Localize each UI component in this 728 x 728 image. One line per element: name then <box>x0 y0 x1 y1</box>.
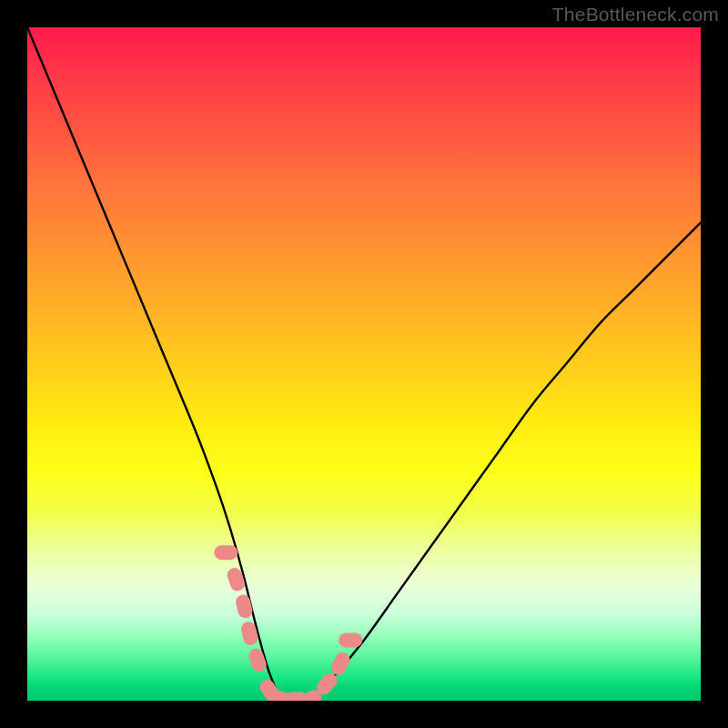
marker-dot <box>234 593 254 620</box>
marker-group <box>214 545 362 701</box>
marker-dot <box>329 650 352 677</box>
marker-dot <box>339 632 362 647</box>
watermark: TheBottleneck.com <box>552 4 719 25</box>
chart-svg <box>27 27 701 701</box>
bottleneck-curve <box>27 27 701 701</box>
plot-area <box>27 27 701 701</box>
marker-dot <box>226 566 247 593</box>
marker-dot <box>247 647 268 674</box>
marker-dot <box>214 545 238 560</box>
chart-stage: TheBottleneck.com <box>0 0 728 728</box>
